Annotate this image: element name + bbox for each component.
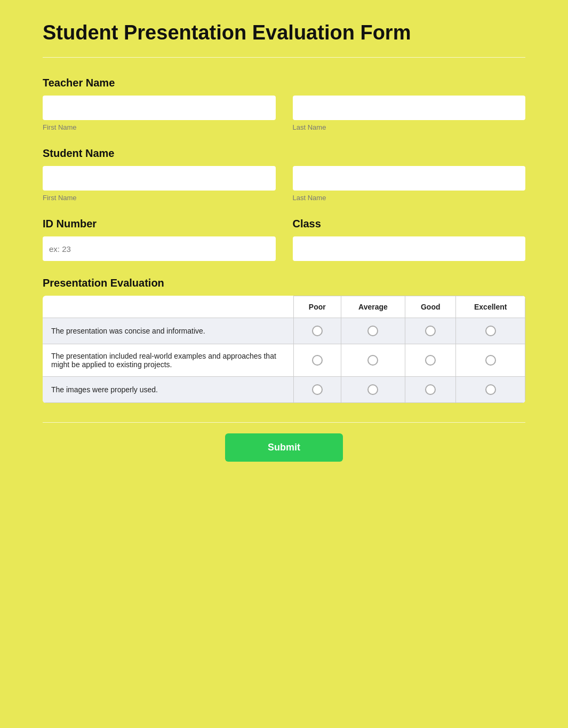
eval-good-header: Good bbox=[405, 296, 456, 318]
student-name-row: First Name Last Name bbox=[43, 166, 525, 202]
eval-poor-header: Poor bbox=[293, 296, 341, 318]
page-title: Student Presentation Evaluation Form bbox=[43, 21, 525, 44]
evaluation-section: Presentation Evaluation Poor Average Goo… bbox=[43, 277, 525, 403]
teacher-name-row: First Name Last Name bbox=[43, 96, 525, 131]
eval-good-cell[interactable] bbox=[405, 318, 456, 344]
teacher-last-name-hint: Last Name bbox=[293, 123, 526, 131]
id-number-field: ID Number bbox=[43, 218, 276, 261]
class-label: Class bbox=[293, 218, 526, 230]
teacher-name-label: Teacher Name bbox=[43, 77, 525, 89]
teacher-last-name-field: Last Name bbox=[293, 96, 526, 131]
eval-average-cell[interactable] bbox=[341, 344, 405, 377]
eval-row: The images were properly used. bbox=[43, 377, 525, 403]
eval-criteria-cell: The images were properly used. bbox=[43, 377, 293, 403]
student-first-name-hint: First Name bbox=[43, 194, 276, 202]
eval-criteria-cell: The presentation included real-world exa… bbox=[43, 344, 293, 377]
eval-good-cell[interactable] bbox=[405, 344, 456, 377]
teacher-first-name-field: First Name bbox=[43, 96, 276, 131]
id-number-input[interactable] bbox=[43, 236, 276, 261]
student-first-name-field: First Name bbox=[43, 166, 276, 202]
evaluation-label: Presentation Evaluation bbox=[43, 277, 525, 289]
eval-poor-cell[interactable] bbox=[293, 377, 341, 403]
page-wrapper: Student Presentation Evaluation Form Tea… bbox=[0, 0, 568, 728]
eval-excellent-radio[interactable] bbox=[485, 326, 496, 336]
eval-poor-radio[interactable] bbox=[312, 326, 323, 336]
eval-average-radio[interactable] bbox=[367, 384, 378, 395]
eval-row: The presentation was concise and informa… bbox=[43, 318, 525, 344]
eval-average-radio[interactable] bbox=[367, 355, 378, 366]
student-last-name-input[interactable] bbox=[293, 166, 526, 191]
eval-average-header: Average bbox=[341, 296, 405, 318]
submit-button[interactable]: Submit bbox=[225, 433, 343, 462]
eval-average-cell[interactable] bbox=[341, 318, 405, 344]
eval-average-cell[interactable] bbox=[341, 377, 405, 403]
student-last-name-field: Last Name bbox=[293, 166, 526, 202]
teacher-first-name-input[interactable] bbox=[43, 96, 276, 120]
eval-poor-cell[interactable] bbox=[293, 344, 341, 377]
id-number-label: ID Number bbox=[43, 218, 276, 230]
id-class-section: ID Number Class bbox=[43, 218, 525, 261]
class-field: Class bbox=[293, 218, 526, 261]
eval-poor-radio[interactable] bbox=[312, 384, 323, 395]
student-first-name-input[interactable] bbox=[43, 166, 276, 191]
eval-criteria-cell: The presentation was concise and informa… bbox=[43, 318, 293, 344]
student-name-label: Student Name bbox=[43, 147, 525, 160]
id-class-row: ID Number Class bbox=[43, 218, 525, 261]
eval-poor-radio[interactable] bbox=[312, 355, 323, 366]
eval-excellent-radio[interactable] bbox=[485, 384, 496, 395]
eval-average-radio[interactable] bbox=[367, 326, 378, 336]
eval-good-radio[interactable] bbox=[425, 355, 436, 366]
evaluation-table: Poor Average Good Excellent The presenta… bbox=[43, 296, 525, 403]
teacher-name-section: Teacher Name First Name Last Name bbox=[43, 77, 525, 131]
eval-good-radio[interactable] bbox=[425, 384, 436, 395]
eval-excellent-cell[interactable] bbox=[456, 344, 525, 377]
eval-header-row: Poor Average Good Excellent bbox=[43, 296, 525, 318]
eval-poor-cell[interactable] bbox=[293, 318, 341, 344]
student-last-name-hint: Last Name bbox=[293, 194, 526, 202]
eval-good-radio[interactable] bbox=[425, 326, 436, 336]
student-name-section: Student Name First Name Last Name bbox=[43, 147, 525, 202]
header-divider bbox=[43, 57, 525, 58]
teacher-first-name-hint: First Name bbox=[43, 123, 276, 131]
teacher-last-name-input[interactable] bbox=[293, 96, 526, 120]
eval-excellent-cell[interactable] bbox=[456, 318, 525, 344]
eval-excellent-header: Excellent bbox=[456, 296, 525, 318]
eval-row: The presentation included real-world exa… bbox=[43, 344, 525, 377]
eval-good-cell[interactable] bbox=[405, 377, 456, 403]
eval-criteria-header bbox=[43, 296, 293, 318]
eval-excellent-cell[interactable] bbox=[456, 377, 525, 403]
eval-excellent-radio[interactable] bbox=[485, 355, 496, 366]
class-input[interactable] bbox=[293, 236, 526, 261]
submit-area: Submit bbox=[43, 422, 525, 462]
